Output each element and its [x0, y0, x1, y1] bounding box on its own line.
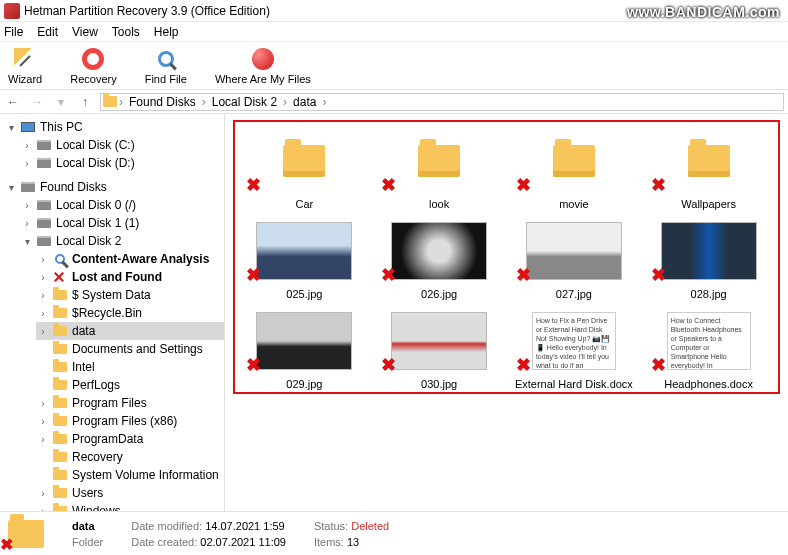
item-label: Headphones.docx [664, 378, 753, 390]
forward-button[interactable]: → [28, 93, 46, 111]
crumb-local-disk-2[interactable]: Local Disk 2 [208, 95, 281, 109]
crumb-found-disks[interactable]: Found Disks [125, 95, 200, 109]
menu-bar: File Edit View Tools Help [0, 22, 788, 42]
folder-icon [283, 145, 325, 177]
document-item[interactable]: How to Fix a Pen Drive or External Hard … [514, 310, 634, 390]
tree-local-c[interactable]: ›Local Disk (C:) [20, 136, 224, 154]
menu-edit[interactable]: Edit [37, 25, 58, 39]
tree-this-pc[interactable]: ▾This PC [4, 118, 224, 136]
back-button[interactable]: ← [4, 93, 22, 111]
item-label: 025.jpg [286, 288, 322, 300]
disk-icon [21, 182, 35, 192]
item-label: look [429, 198, 449, 210]
folder-item[interactable]: ✖movie [514, 130, 634, 210]
item-label: 028.jpg [691, 288, 727, 300]
folder-icon [103, 96, 117, 107]
tree-ld0[interactable]: ›Local Disk 0 (/) [20, 196, 224, 214]
deleted-x-icon: ✖ [381, 174, 396, 196]
image-item[interactable]: ✖026.jpg [379, 220, 499, 300]
folder-item[interactable]: ✖Car [244, 130, 364, 210]
find-file-button[interactable]: Find File [145, 47, 187, 85]
folder-item[interactable]: ✖Wallpapers [649, 130, 769, 210]
item-label: Car [296, 198, 314, 210]
image-item[interactable]: ✖028.jpg [649, 220, 769, 300]
tree-local-d[interactable]: ›Local Disk (D:) [20, 154, 224, 172]
deleted-x-icon: ✖ [246, 264, 261, 286]
tree-windows[interactable]: ›Windows [36, 502, 224, 511]
folder-icon [418, 145, 460, 177]
deleted-x-icon: ✖ [516, 174, 531, 196]
tree-perflogs[interactable]: ·PerfLogs [36, 376, 224, 394]
image-item[interactable]: ✖027.jpg [514, 220, 634, 300]
folder-icon [53, 434, 67, 444]
tree-recycle[interactable]: ›$Recycle.Bin [36, 304, 224, 322]
menu-view[interactable]: View [72, 25, 98, 39]
deleted-x-icon: ✖ [516, 264, 531, 286]
tree-programdata[interactable]: ›ProgramData [36, 430, 224, 448]
label-items: Items: [314, 536, 344, 548]
folder-tree[interactable]: ▾This PC ›Local Disk (C:) ›Local Disk (D… [0, 114, 225, 511]
image-thumbnail [391, 222, 487, 280]
tree-users[interactable]: ›Users [36, 484, 224, 502]
status-name: data [72, 520, 103, 532]
wizard-button[interactable]: Wizard [8, 47, 42, 85]
tree-data[interactable]: ›data [36, 322, 224, 340]
folder-icon [53, 308, 67, 318]
item-label: External Hard Disk.docx [515, 378, 633, 390]
deleted-x-icon: ✖ [0, 535, 13, 554]
document-thumbnail: How to Connect Bluetooth Headphones or S… [667, 312, 751, 370]
item-label: Wallpapers [681, 198, 736, 210]
tree-system-data[interactable]: ›$ System Data [36, 286, 224, 304]
image-thumbnail [661, 222, 757, 280]
tree-recovery[interactable]: ·Recovery [36, 448, 224, 466]
recovery-button[interactable]: Recovery [70, 47, 116, 85]
where-are-my-files-button[interactable]: Where Are My Files [215, 47, 311, 85]
menu-help[interactable]: Help [154, 25, 179, 39]
chevron-right-icon: › [202, 95, 206, 109]
history-dropdown[interactable]: ▾ [52, 93, 70, 111]
image-item[interactable]: ✖030.jpg [379, 310, 499, 390]
tree-program-files[interactable]: ›Program Files [36, 394, 224, 412]
folder-icon [53, 506, 67, 511]
image-thumbnail [256, 312, 352, 370]
menu-file[interactable]: File [4, 25, 23, 39]
tree-program-files-x86[interactable]: ›Program Files (x86) [36, 412, 224, 430]
image-item[interactable]: ✖029.jpg [244, 310, 364, 390]
disk-icon [37, 236, 51, 246]
item-label: 030.jpg [421, 378, 457, 390]
deleted-x-icon: ✖ [651, 264, 666, 286]
item-label: 026.jpg [421, 288, 457, 300]
folder-icon [53, 488, 67, 498]
deleted-x-icon: ✖ [651, 174, 666, 196]
content-pane[interactable]: ✖Car✖look✖movie✖Wallpapers✖025.jpg✖026.j… [225, 114, 788, 511]
image-thumbnail [526, 222, 622, 280]
tree-documents-settings[interactable]: ·Documents and Settings [36, 340, 224, 358]
document-item[interactable]: How to Connect Bluetooth Headphones or S… [649, 310, 769, 390]
image-item[interactable]: ✖025.jpg [244, 220, 364, 300]
up-button[interactable]: ↑ [76, 93, 94, 111]
folder-icon [53, 326, 67, 336]
window-title: Hetman Partition Recovery 3.9 (Office Ed… [24, 4, 270, 18]
folder-icon [53, 398, 67, 408]
folder-item[interactable]: ✖look [379, 130, 499, 210]
deleted-x-icon: ✖ [516, 354, 531, 376]
tree-found-disks[interactable]: ▾Found Disks [4, 178, 224, 196]
tree-intel[interactable]: ·Intel [36, 358, 224, 376]
crumb-data[interactable]: data [289, 95, 320, 109]
tree-lost-found[interactable]: ›Lost and Found [36, 268, 224, 286]
toolbar: Wizard Recovery Find File Where Are My F… [0, 42, 788, 90]
menu-tools[interactable]: Tools [112, 25, 140, 39]
value-date-created: 02.07.2021 11:09 [200, 536, 286, 548]
tree-ld2[interactable]: ▾Local Disk 2 [20, 232, 224, 250]
folder-icon [8, 520, 44, 548]
find-file-label: Find File [145, 73, 187, 85]
tree-content-aware[interactable]: ›Content-Aware Analysis [36, 250, 224, 268]
folder-icon [53, 416, 67, 426]
disk-icon [37, 200, 51, 210]
label-date-modified: Date modified: [131, 520, 202, 532]
breadcrumb-bar[interactable]: › Found Disks › Local Disk 2 › data › [100, 93, 784, 111]
address-bar: ← → ▾ ↑ › Found Disks › Local Disk 2 › d… [0, 90, 788, 114]
tree-ld1[interactable]: ›Local Disk 1 (1) [20, 214, 224, 232]
value-status: Deleted [351, 520, 389, 532]
tree-svi[interactable]: ·System Volume Information [36, 466, 224, 484]
